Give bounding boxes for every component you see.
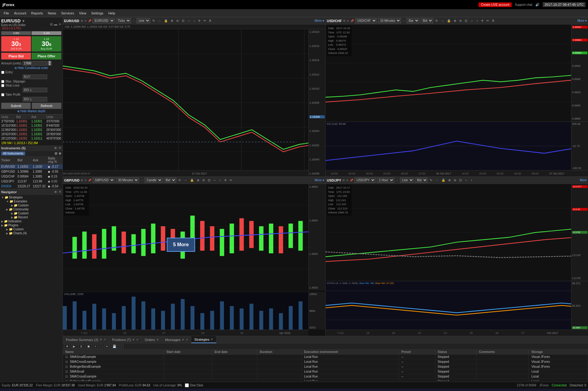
tab-strategies[interactable]: Strategies ✕	[191, 336, 217, 343]
menu-file[interactable]: File	[1, 11, 12, 16]
chart-usdchf-period-select[interactable]: 15 Minutes	[378, 18, 401, 23]
chart-usdchf-zoom-in-btn[interactable]: ⊕	[453, 19, 457, 23]
chart-eurusd-zoom-in-btn[interactable]: ⊕	[170, 19, 174, 23]
chart-gbpusd-more-btn[interactable]: More ▾	[315, 178, 324, 182]
chart-usdjpy-pair-select[interactable]: USD/JPY	[354, 178, 376, 183]
save-btn[interactable]: 💾	[111, 344, 118, 349]
export-btn[interactable]: ↑	[119, 344, 124, 349]
chart-gbpusd-fit-btn[interactable]: ⊡	[207, 178, 211, 182]
chart-usdjpy-mode-select[interactable]: Bid	[415, 178, 428, 183]
chart-gbpusd-zoom-out-btn[interactable]: ⊖	[201, 178, 206, 182]
amount-input[interactable]	[23, 61, 47, 66]
max-slippage-checkbox[interactable]	[1, 80, 4, 83]
chart-usdjpy-period-select[interactable]: 1 Hour	[377, 178, 394, 183]
take-profit-checkbox[interactable]	[1, 93, 4, 96]
stop-loss-checkbox[interactable]	[1, 84, 4, 87]
table-row[interactable]: ⊡ SMACrossExample Local Run -- Stopped L…	[63, 374, 588, 379]
chart-usdchf-pin-icon[interactable]: 📌	[350, 19, 354, 22]
chart-gbpusd-pin-icon[interactable]: 📌	[88, 179, 91, 182]
create-live-account-btn[interactable]: Create LIVE account	[479, 2, 512, 7]
tab-orders-close[interactable]: ✕	[156, 338, 159, 341]
chart-gbpusd-pair-select[interactable]: GBP/USD	[93, 178, 115, 183]
table-row[interactable]: ⊡ BollingerBandExample Local Run -- Stop…	[63, 379, 588, 381]
chart-usdchf-lock-btn[interactable]: 🔒	[446, 19, 452, 23]
table-row[interactable]: ⊡ BollingerBandExample Local Run -- Stop…	[63, 364, 588, 369]
chart-eurusd-h-expand-btn[interactable]: ↔	[186, 19, 191, 23]
hide-conditional-order-link[interactable]: ⊕ Hide Conditional order	[1, 66, 61, 70]
one-click-checkbox[interactable]: One Click	[185, 383, 203, 387]
navigator-close-icon[interactable]: ✕	[59, 190, 61, 194]
table-row[interactable]: ⊡ SMASmallExample Local Run -- Stopped V…	[63, 355, 588, 359]
chart-gbpusd-h-expand-btn[interactable]: ↔	[212, 178, 217, 182]
chart-gbpusd-type-select[interactable]: Candle	[145, 178, 162, 183]
chart-usdjpy-more-btn[interactable]: More	[580, 178, 587, 182]
chart-usdchf-text-btn[interactable]: A	[491, 19, 495, 23]
place-offer-button[interactable]: Place Offer	[32, 53, 61, 59]
all-instruments-btn[interactable]: All Instruments	[1, 151, 25, 155]
entry-checkbox[interactable]	[1, 71, 4, 74]
nav-item-examples[interactable]: ▼ 📁 Examples	[6, 199, 62, 203]
chart-gbpusd-settings-icon[interactable]: ⚙	[81, 179, 83, 182]
nav-item-indicators[interactable]: ▶ 📁 Indicators	[1, 219, 62, 223]
chart-usdjpy-type-select[interactable]: Line	[400, 178, 414, 183]
chart-usdjpy-close-icon[interactable]: ✕	[346, 179, 349, 182]
chart-usdjpy-refresh-btn[interactable]: ↻	[429, 178, 433, 182]
submit-button[interactable]: Submit	[1, 103, 31, 109]
chart-usdchf-h-expand-btn[interactable]: ↔	[469, 19, 474, 23]
chart-usdchf-mode-select[interactable]: Bid	[421, 18, 433, 23]
instruments-eye-icon[interactable]: 👁	[54, 146, 57, 150]
chart-eurusd-lock-btn[interactable]: 🔒	[163, 19, 169, 23]
refresh-button[interactable]: Refresh	[32, 103, 61, 109]
remove-btn[interactable]: -	[99, 344, 103, 349]
table-row[interactable]: ⊡ SMACrossExample Local Run -- Stopped V…	[63, 359, 588, 364]
chart-usdchf-close-icon[interactable]: ✕	[347, 19, 349, 22]
filter-icon-sort[interactable]: ⊞	[55, 151, 57, 155]
instruments-close-icon[interactable]: ✕	[59, 146, 61, 150]
chart-eurusd-more-btn[interactable]: More ▾	[315, 19, 324, 22]
one-click-input[interactable]	[185, 383, 189, 387]
chart-usdchf-zoom-out-btn[interactable]: ⊖	[458, 19, 463, 23]
order-panel-icon-3[interactable]: ✕	[59, 22, 61, 26]
chart-eurusd-pin-icon[interactable]: 📌	[88, 19, 91, 22]
chart-gbpusd-scroll-btn[interactable]: →	[183, 178, 188, 182]
chart-eurusd-draw-btn[interactable]: ✏	[203, 19, 207, 23]
chart-gbpusd-close-icon[interactable]: ✕	[84, 179, 87, 182]
nav-item-plugins[interactable]: ▶ 📁 Plugins	[1, 223, 62, 227]
tab-positions-close[interactable]: ✕	[132, 338, 135, 341]
menu-account[interactable]: Account	[12, 11, 29, 16]
chart-eurusd-text-btn[interactable]: A	[208, 19, 212, 23]
navigator-eye-icon[interactable]: 👁	[54, 190, 57, 194]
chart-gbpusd-zoom-in-btn[interactable]: ⊕	[196, 178, 200, 182]
filter-btn[interactable]: ▼	[64, 344, 70, 349]
pause-btn[interactable]: ⏸	[78, 344, 84, 349]
place-bid-button[interactable]: Place Bid	[1, 53, 31, 59]
list-item[interactable]: GBP/USD 1.30986 1.3085 ◆ -0.55	[0, 169, 63, 174]
chart-eurusd-crosshair-btn[interactable]: ✛	[197, 19, 201, 23]
tab-position-summary-icon[interactable]: ↗	[103, 338, 106, 341]
chart-usdjpy-zoom-out-btn[interactable]: ⊖	[453, 178, 457, 182]
chart-eurusd-scroll-btn[interactable]: →	[157, 19, 162, 23]
menu-services[interactable]: Services	[59, 11, 77, 16]
chart-usdjpy-settings-icon[interactable]: ⚙	[342, 179, 345, 182]
order-panel-icon-2[interactable]: ▬	[54, 22, 57, 26]
chart-eurusd-zoom-out-btn[interactable]: ⊖	[175, 19, 180, 23]
chart-usdjpy-h-expand-btn[interactable]: ↔	[464, 178, 469, 182]
chart-usdchf-crosshair-btn[interactable]: ✛	[480, 19, 484, 23]
filter-icon-plus[interactable]: ⊕	[59, 151, 61, 155]
nav-item-charts[interactable]: ▶ 📁 Charts (4)	[6, 231, 62, 235]
edit-btn[interactable]: ✏	[104, 344, 110, 349]
add-btn[interactable]: +	[93, 344, 98, 349]
chart-usdchf-pair-select[interactable]: USD/CHF	[355, 18, 377, 23]
nav-item-strategies[interactable]: ▼ 📁 Strategies	[1, 195, 62, 199]
menu-settings[interactable]: Settings	[89, 11, 106, 16]
chart-usdchf-fit-btn[interactable]: ⊡	[464, 19, 468, 23]
chart-eurusd-close-icon[interactable]: ✕	[84, 19, 87, 22]
play-btn[interactable]: ▶	[71, 344, 77, 349]
list-item[interactable]: DXI/DX 13226.27 13227.32 ◆ -0.54	[0, 184, 63, 189]
list-item[interactable]: USD/JPY 113.97 113.98 ◆ 0.00	[0, 179, 63, 184]
support-chat-btn[interactable]: Support chat	[515, 3, 532, 6]
chart-usdjpy-lock-btn[interactable]: 🔒	[441, 178, 446, 182]
chart-gbpusd-arrow-btn[interactable]: ↕	[219, 178, 222, 182]
chart-usdjpy-scroll-btn[interactable]: →	[434, 178, 439, 182]
chart-eurusd-pair-select[interactable]: EUR/USD	[93, 18, 115, 23]
